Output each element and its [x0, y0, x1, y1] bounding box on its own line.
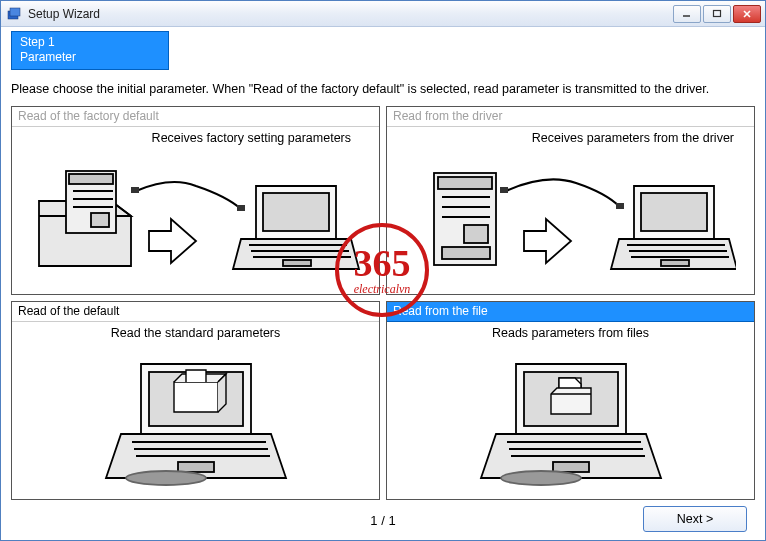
option-factory-default[interactable]: Read of the factory default Receives fac… — [11, 106, 380, 295]
svg-rect-32 — [661, 260, 689, 266]
step-badge: Step 1 Parameter — [11, 31, 169, 70]
option-body: Receives factory setting parameters — [12, 127, 379, 294]
svg-rect-3 — [714, 10, 721, 16]
window-controls — [673, 5, 761, 23]
option-from-file[interactable]: Read from the file Reads parameters from… — [386, 301, 755, 500]
instruction-text: Please choose the initial parameter. Whe… — [11, 82, 755, 96]
svg-rect-18 — [283, 260, 311, 266]
svg-point-45 — [501, 471, 581, 485]
option-from-driver[interactable]: Read from the driver Receives parameters… — [386, 106, 755, 295]
svg-rect-20 — [438, 177, 492, 189]
minimize-button[interactable] — [673, 5, 701, 23]
svg-rect-11 — [91, 213, 109, 227]
next-button[interactable]: Next > — [643, 506, 747, 532]
page-indicator: 1 / 1 — [370, 513, 395, 528]
svg-rect-13 — [237, 205, 245, 211]
option-header: Read from the file — [387, 302, 754, 322]
content: Step 1 Parameter Please choose the initi… — [1, 27, 765, 540]
option-caption: Receives parameters from the driver — [395, 131, 746, 145]
step-number: Step 1 — [20, 35, 160, 50]
illustration-factory-to-laptop — [20, 151, 371, 290]
options-grid: Read of the factory default Receives fac… — [11, 106, 755, 500]
svg-rect-14 — [263, 193, 329, 231]
svg-rect-26 — [500, 187, 508, 193]
option-body: Receives parameters from the driver — [387, 127, 754, 294]
svg-rect-28 — [641, 193, 707, 231]
option-body: Read the standard parameters — [12, 322, 379, 499]
svg-rect-44 — [553, 462, 589, 472]
illustration-laptop-with-folder — [395, 346, 746, 495]
option-header: Read of the default — [12, 302, 379, 322]
option-header: Read of the factory default — [12, 107, 379, 127]
illustration-laptop-with-box — [20, 346, 371, 495]
svg-rect-1 — [10, 8, 20, 16]
maximize-button[interactable] — [703, 5, 731, 23]
footer: 1 / 1 Next > — [11, 500, 755, 540]
svg-point-38 — [126, 471, 206, 485]
option-caption: Receives factory setting parameters — [20, 131, 371, 145]
step-title: Parameter — [20, 50, 160, 65]
option-caption: Read the standard parameters — [111, 326, 281, 340]
svg-rect-24 — [464, 225, 488, 243]
option-header: Read from the driver — [387, 107, 754, 127]
setup-wizard-window: Setup Wizard Step 1 Parameter Please cho… — [0, 0, 766, 541]
svg-rect-12 — [131, 187, 139, 193]
titlebar[interactable]: Setup Wizard — [1, 1, 765, 27]
option-caption: Reads parameters from files — [492, 326, 649, 340]
close-button[interactable] — [733, 5, 761, 23]
svg-rect-25 — [442, 247, 490, 259]
app-icon — [7, 6, 23, 22]
illustration-driver-to-laptop — [395, 151, 746, 290]
window-title: Setup Wizard — [28, 7, 673, 21]
svg-rect-37 — [178, 462, 214, 472]
svg-rect-7 — [69, 174, 113, 184]
option-of-default[interactable]: Read of the default Read the standard pa… — [11, 301, 380, 500]
option-body: Reads parameters from files — [387, 322, 754, 499]
svg-rect-27 — [616, 203, 624, 209]
